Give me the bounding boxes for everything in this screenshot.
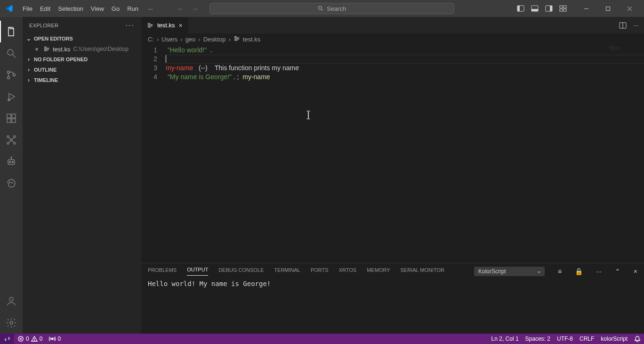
tab-test-ks[interactable]: test.ks ×	[141, 17, 189, 33]
activity-extensions[interactable]	[0, 107, 23, 129]
code-editor[interactable]: 1234 "Hello world!" .my-name (--) This f…	[141, 45, 644, 263]
activity-source-control[interactable]	[0, 64, 23, 86]
file-icon	[233, 35, 240, 43]
section-outline[interactable]: › OUTLINE	[23, 65, 141, 75]
activity-accounts[interactable]	[0, 290, 23, 312]
status-encoding[interactable]: UTF-8	[554, 334, 576, 344]
toggle-panel-icon[interactable]	[531, 5, 539, 12]
tab-more-icon[interactable]: ···	[633, 22, 638, 29]
line-gutter: 1234	[141, 45, 166, 263]
chevron-down-icon: ⌄	[25, 35, 32, 42]
title-bar: FileEditSelectionViewGoRun ··· ← → Searc…	[0, 0, 644, 17]
menu-run[interactable]: Run	[123, 3, 142, 14]
search-icon	[317, 5, 324, 12]
status-indentation[interactable]: Spaces: 2	[522, 334, 554, 344]
activity-custom-swirl[interactable]	[0, 172, 23, 194]
svg-rect-10	[560, 9, 563, 11]
svg-rect-25	[12, 114, 16, 118]
sidebar-title: EXPLORER	[29, 23, 58, 28]
breadcrumb-segment[interactable]: C:	[148, 36, 154, 43]
panel-tab-terminal[interactable]: TERMINAL	[274, 267, 300, 276]
svg-rect-7	[550, 6, 552, 11]
close-editor-icon[interactable]: ×	[33, 46, 40, 53]
toggle-secondary-sidebar-icon[interactable]	[545, 5, 553, 12]
menu-view[interactable]: View	[87, 3, 108, 14]
split-editor-icon[interactable]	[619, 22, 627, 29]
status-ports[interactable]: 0	[46, 334, 64, 344]
maximize-button[interactable]	[597, 0, 619, 17]
breadcrumb-segment[interactable]: Desktop	[203, 36, 226, 43]
close-panel-icon[interactable]: ×	[634, 268, 637, 275]
menu-go[interactable]: Go	[108, 3, 123, 14]
remote-indicator[interactable]	[0, 334, 14, 344]
nav-history: ← →	[177, 5, 198, 12]
maximize-panel-icon[interactable]: ⌃	[615, 268, 620, 275]
command-center-search[interactable]: Search	[209, 3, 454, 14]
list-icon[interactable]: ≡	[558, 268, 562, 275]
code-line[interactable]: my-name (--) This function prints my nam…	[166, 64, 644, 73]
panel-tab-xrtos[interactable]: XRTOS	[339, 267, 357, 276]
activity-explorer[interactable]	[0, 21, 23, 42]
bottom-panel: PROBLEMSOUTPUTDEBUG CONSOLETERMINALPORTS…	[141, 263, 644, 334]
minimize-button[interactable]	[575, 0, 597, 17]
section-timeline[interactable]: › TIMELINE	[23, 75, 141, 85]
breadcrumb-segment[interactable]: test.ks	[243, 36, 261, 43]
code-line[interactable]: "Hello world!" .	[166, 46, 644, 55]
panel-tab-output[interactable]: OUTPUT	[187, 267, 208, 276]
activity-bar	[0, 17, 23, 334]
svg-rect-3	[517, 6, 520, 11]
code-line[interactable]	[166, 55, 644, 64]
close-window-button[interactable]	[619, 0, 640, 17]
svg-point-16	[8, 49, 13, 55]
breadcrumb-segment[interactable]: Users	[161, 36, 177, 43]
status-problems[interactable]: 0 0	[14, 334, 46, 344]
status-notifications[interactable]	[631, 334, 644, 344]
status-cursor-position[interactable]: Ln 2, Col 1	[488, 334, 522, 344]
breadcrumb-segment[interactable]: geo	[185, 36, 196, 43]
sidebar-explorer: EXPLORER ··· ⌄ OPEN EDITORS × test.ks C:…	[23, 17, 141, 334]
chevron-right-icon: ›	[25, 56, 32, 63]
close-tab-icon[interactable]: ×	[179, 22, 183, 29]
section-open-editors[interactable]: ⌄ OPEN EDITORS	[23, 33, 141, 44]
nav-back-icon[interactable]: ←	[177, 5, 184, 12]
menu-selection[interactable]: Selection	[54, 3, 87, 14]
activity-settings[interactable]	[0, 312, 23, 334]
activity-custom-robot[interactable]	[0, 151, 23, 172]
svg-point-36	[9, 297, 13, 301]
chevron-right-icon: ›	[25, 66, 32, 73]
sidebar-more-icon[interactable]: ···	[126, 21, 135, 30]
activity-run-debug[interactable]	[0, 86, 23, 107]
nav-forward-icon[interactable]: →	[192, 5, 198, 12]
panel-tab-debug-console[interactable]: DEBUG CONSOLE	[218, 267, 264, 276]
svg-point-56	[34, 340, 34, 341]
activity-search[interactable]	[0, 42, 23, 64]
file-icon	[43, 46, 50, 52]
menu-edit[interactable]: Edit	[36, 3, 54, 14]
menu-overflow-icon[interactable]: ···	[144, 3, 157, 14]
file-icon	[147, 22, 153, 29]
svg-rect-22	[7, 114, 11, 118]
status-eol[interactable]: CRLF	[576, 334, 597, 344]
activity-custom-graph[interactable]	[0, 129, 23, 151]
panel-tab-serial-monitor[interactable]: SERIAL MONITOR	[400, 267, 444, 276]
svg-rect-8	[560, 6, 563, 8]
code-line[interactable]: "My name is George!" . ; my-name	[166, 73, 644, 82]
more-icon[interactable]: ···	[596, 268, 602, 275]
svg-line-1	[322, 9, 323, 11]
toggle-primary-sidebar-icon[interactable]	[517, 5, 524, 12]
output-content[interactable]: Hello world! My name is George!	[141, 279, 644, 334]
status-language[interactable]: kolorScript	[597, 334, 631, 344]
breadcrumbs[interactable]: C:›Users›geo›Desktop›test.ks	[141, 33, 644, 45]
output-channel-selector[interactable]: KolorScript	[474, 267, 545, 276]
lock-icon[interactable]: 🔒	[575, 268, 583, 275]
status-bar: 0 0 0 Ln 2, Col 1 Spaces: 2 UTF-8 CRLF k…	[0, 334, 644, 344]
panel-tab-ports[interactable]: PORTS	[311, 267, 329, 276]
open-editor-item[interactable]: × test.ks C:\Users\geo\Desktop	[23, 44, 141, 54]
section-no-folder[interactable]: › NO FOLDER OPENED	[23, 54, 141, 65]
panel-tab-memory[interactable]: MEMORY	[367, 267, 390, 276]
menu-file[interactable]: File	[19, 3, 36, 14]
editor-area: test.ks × ··· C:›Users›geo›Desktop›test.…	[141, 17, 644, 334]
code-lines[interactable]: "Hello world!" .my-name (--) This functi…	[166, 45, 644, 263]
panel-tab-problems[interactable]: PROBLEMS	[148, 267, 177, 276]
customize-layout-icon[interactable]	[559, 5, 567, 12]
